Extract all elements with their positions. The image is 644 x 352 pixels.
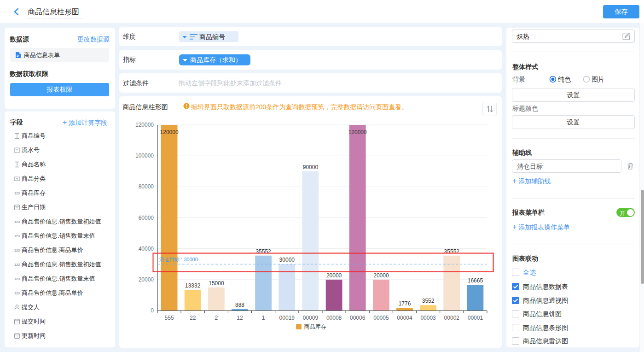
svg-text:90000: 90000 <box>302 164 318 170</box>
svg-text:120000: 120000 <box>160 129 178 135</box>
svg-text:30000: 30000 <box>279 257 295 263</box>
svg-text:清仓目标 : 30000: 清仓目标 : 30000 <box>159 256 198 262</box>
svg-text:00005: 00005 <box>373 315 389 321</box>
svg-text:80000: 80000 <box>138 183 154 190</box>
svg-text:0: 0 <box>151 307 154 314</box>
svg-text:40000: 40000 <box>138 245 154 252</box>
svg-text:120000: 120000 <box>135 122 153 128</box>
svg-text:00001: 00001 <box>467 315 483 321</box>
svg-text:2: 2 <box>215 315 218 321</box>
svg-text:35552: 35552 <box>444 248 459 254</box>
svg-text:00006: 00006 <box>350 315 366 321</box>
svg-text:商品库存: 商品库存 <box>304 323 326 330</box>
svg-text:123: 123 <box>14 263 20 267</box>
svg-text:20000: 20000 <box>138 276 154 282</box>
svg-text:7: 7 <box>16 335 18 338</box>
svg-text:7: 7 <box>16 321 18 324</box>
svg-text:00004: 00004 <box>397 315 412 321</box>
svg-text:555: 555 <box>164 315 174 321</box>
svg-text:12: 12 <box>237 315 243 321</box>
svg-text:100000: 100000 <box>135 153 153 159</box>
svg-text:888: 888 <box>235 302 244 308</box>
svg-text:16665: 16665 <box>467 277 483 284</box>
svg-text:123: 123 <box>14 248 20 252</box>
svg-text:00009: 00009 <box>302 315 318 321</box>
svg-text:120000: 120000 <box>348 129 366 135</box>
svg-text:1776: 1776 <box>398 300 411 307</box>
svg-text:123: 123 <box>14 234 20 238</box>
svg-text:7: 7 <box>16 207 18 210</box>
svg-text:20000: 20000 <box>373 272 389 278</box>
svg-text:20000: 20000 <box>326 272 342 278</box>
svg-text:00008: 00008 <box>326 315 342 321</box>
svg-text:00019: 00019 <box>279 315 295 321</box>
svg-text:123: 123 <box>14 291 20 295</box>
svg-text:00003: 00003 <box>420 315 436 321</box>
svg-text:00002: 00002 <box>444 315 459 321</box>
svg-text:1: 1 <box>261 315 265 321</box>
svg-text:13332: 13332 <box>185 282 201 289</box>
svg-text:3552: 3552 <box>422 298 434 304</box>
svg-text:22: 22 <box>190 315 196 321</box>
svg-text:15000: 15000 <box>209 280 224 286</box>
svg-text:60000: 60000 <box>138 214 154 221</box>
svg-text:35552: 35552 <box>255 248 271 254</box>
svg-text:123: 123 <box>14 220 20 224</box>
svg-text:123: 123 <box>14 191 20 195</box>
svg-text:123: 123 <box>14 277 20 281</box>
